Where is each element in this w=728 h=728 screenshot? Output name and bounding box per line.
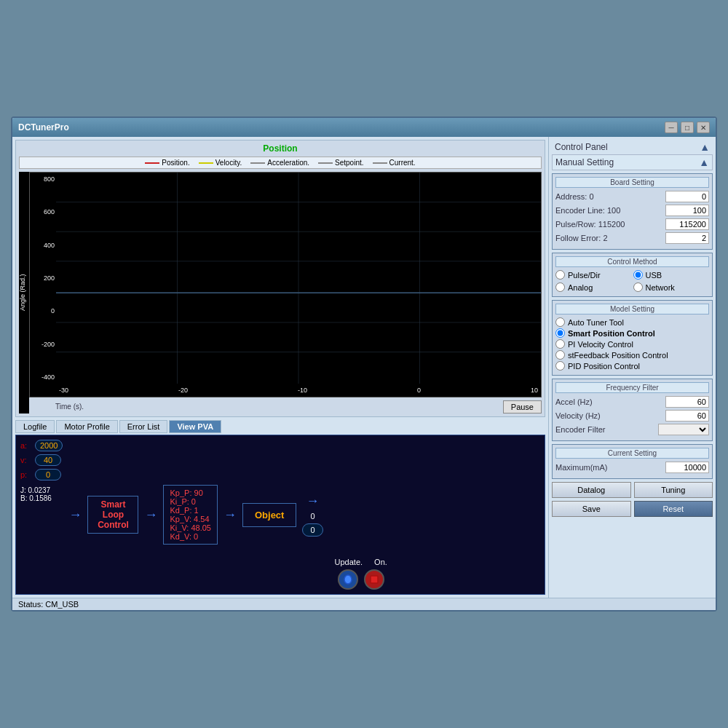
- pulse-row-label: Pulse/Row: 115200: [555, 220, 665, 229]
- window-controls: ─ □ ✕: [665, 122, 710, 133]
- status-text: Status: CM_USB: [18, 600, 79, 609]
- datalog-button[interactable]: Datalog: [552, 482, 631, 498]
- svg-rect-11: [371, 576, 378, 583]
- pulse-row-input[interactable]: [665, 218, 709, 230]
- velocity-hz-row: Velocity (Hz): [555, 410, 709, 422]
- arrow-to-object: →: [223, 507, 237, 523]
- left-panel: Position Position. Velocity. Acceleratio…: [12, 137, 548, 598]
- pi-vel-label: PI Velocity Control: [568, 340, 633, 349]
- arrow-to-control: →: [68, 507, 82, 523]
- red-icon-button[interactable]: [364, 569, 384, 590]
- encoder-filter-row: Encoder Filter 281 Khz 562 Khz 1.12 Mhz: [555, 424, 709, 435]
- encoder-line-label: Encoder Line: 100: [555, 206, 665, 215]
- on-label: On.: [374, 558, 387, 566]
- network-label: Network: [646, 283, 675, 292]
- pulse-dir-label: Pulse/Dir: [568, 271, 601, 280]
- tab-logfile[interactable]: Logfile: [15, 420, 55, 433]
- y-axis-label: Angle (Rad.): [19, 172, 29, 414]
- network-radio[interactable]: [633, 282, 643, 292]
- tab-view-pva[interactable]: View PVA: [169, 420, 221, 433]
- output-block: → 0 0: [302, 494, 323, 537]
- main-content: Position Position. Velocity. Acceleratio…: [12, 137, 716, 598]
- manual-setting-header: Manual Setting ▲: [552, 154, 713, 170]
- accel-hz-row: Accel (Hz): [555, 396, 709, 408]
- pulse-dir-radio[interactable]: [555, 270, 565, 280]
- pid-pos-radio[interactable]: [555, 361, 565, 371]
- j-value: J: 0.0237 B: 0.1586: [20, 486, 63, 502]
- current-setting-title: Current Setting: [555, 448, 709, 459]
- update-section: Update. On.: [335, 558, 387, 590]
- tab-motor-profile[interactable]: Motor Profile: [56, 420, 117, 433]
- control-method-options: Pulse/Dir USB Analog Network: [555, 270, 709, 293]
- model-smart-pos: Smart Position Control: [555, 328, 709, 338]
- pid-pos-label: PID Position Control: [568, 362, 640, 371]
- control-panel-title: Control Panel: [555, 142, 608, 152]
- maximum-ma-input[interactable]: [665, 462, 709, 473]
- control-method-section: Control Method Pulse/Dir USB Analog: [552, 253, 713, 297]
- metric-v-value[interactable]: 40: [35, 454, 61, 466]
- control-method-title: Control Method: [555, 256, 709, 267]
- output-arrow: →: [306, 494, 320, 509]
- legend-position-label: Position.: [162, 159, 189, 167]
- smart-pos-radio[interactable]: [555, 328, 565, 338]
- frequency-filter-section: Frequency Filter Accel (Hz) Velocity (Hz…: [552, 379, 713, 441]
- velocity-hz-input[interactable]: [665, 410, 709, 422]
- maximize-button[interactable]: □: [681, 122, 694, 133]
- legend-acceleration-label: Acceleration.: [267, 159, 309, 167]
- title-bar: DCTunerPro ─ □ ✕: [12, 118, 716, 137]
- analog-radio[interactable]: [555, 282, 565, 292]
- analog-row: Analog: [555, 282, 632, 292]
- frequency-filter-title: Frequency Filter: [555, 382, 709, 393]
- metric-a: a: 2000: [20, 440, 63, 451]
- legend-current: Current.: [373, 159, 416, 167]
- address-label: Address: 0: [555, 192, 665, 201]
- reset-button[interactable]: Reset: [634, 501, 713, 517]
- encoder-filter-select[interactable]: 281 Khz 562 Khz 1.12 Mhz: [658, 424, 709, 435]
- blue-icon-button[interactable]: [338, 569, 358, 590]
- close-button[interactable]: ✕: [697, 122, 710, 133]
- board-setting-section: Board Setting Address: 0 Encoder Line: 1…: [552, 173, 713, 250]
- pause-button[interactable]: Pause: [503, 400, 542, 414]
- usb-radio[interactable]: [633, 270, 643, 280]
- legend-velocity: Velocity.: [199, 159, 242, 167]
- network-row: Network: [633, 282, 710, 292]
- accel-hz-input[interactable]: [665, 396, 709, 408]
- model-setting-section: Model Setting Auto Tuner Tool Smart Posi…: [552, 300, 713, 376]
- minimize-button[interactable]: ─: [665, 122, 678, 133]
- bottom-panel: a: 2000 v: 40 p: 0 J: 0.0237 B: 0.1586: [15, 435, 545, 595]
- manual-setting-title: Manual Setting: [555, 157, 614, 167]
- encoder-line-row: Encoder Line: 100: [555, 205, 709, 216]
- object-block: Object: [242, 503, 296, 527]
- address-input[interactable]: [665, 191, 709, 202]
- control-panel-header: Control Panel ▲: [552, 140, 713, 154]
- tuning-button[interactable]: Tuning: [634, 482, 713, 498]
- control-panel-collapse[interactable]: ▲: [700, 141, 710, 153]
- update-label: Update.: [335, 558, 363, 566]
- save-button[interactable]: Save: [552, 501, 631, 517]
- metric-a-value[interactable]: 2000: [35, 440, 63, 451]
- model-pi-vel: PI Velocity Control: [555, 339, 709, 349]
- usb-label: USB: [646, 271, 662, 280]
- usb-row: USB: [633, 270, 710, 280]
- stfeedback-radio[interactable]: [555, 350, 565, 360]
- follow-error-row: Follow Error: 2: [555, 232, 709, 244]
- manual-setting-collapse[interactable]: ▲: [699, 157, 709, 168]
- action-buttons: Datalog Tuning Save Reset: [552, 482, 713, 517]
- metric-p-value[interactable]: 0: [35, 469, 61, 480]
- arrow-to-params: →: [144, 507, 157, 523]
- smart-pos-label: Smart Position Control: [568, 329, 655, 338]
- pulse-row-row: Pulse/Row: 115200: [555, 218, 709, 230]
- metric-v: v: 40: [20, 454, 63, 466]
- legend-setpoint-label: Setpoint.: [335, 159, 363, 167]
- follow-error-input[interactable]: [665, 232, 709, 244]
- model-setting-title: Model Setting: [555, 304, 709, 314]
- follow-error-label: Follow Error: 2: [555, 234, 665, 242]
- encoder-line-input[interactable]: [665, 205, 709, 216]
- stfeedback-label: stFeedback Position Control: [568, 351, 668, 360]
- pi-vel-radio[interactable]: [555, 339, 565, 349]
- velocity-hz-label: Velocity (Hz): [555, 411, 665, 420]
- auto-tuner-radio[interactable]: [555, 317, 565, 327]
- tab-error-list[interactable]: Error List: [119, 420, 168, 433]
- status-bar: Status: CM_USB: [12, 598, 716, 610]
- window-title: DCTunerPro: [18, 122, 69, 132]
